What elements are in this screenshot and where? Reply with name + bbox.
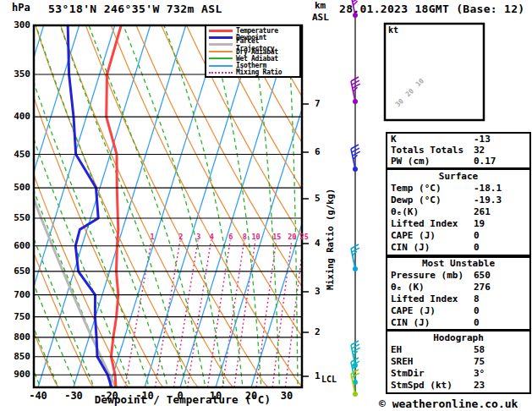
isotherm-line xyxy=(109,25,222,387)
isotherm-line xyxy=(145,25,257,387)
legend-item-label: Mixing Ratio xyxy=(236,68,282,76)
temp-tick-label: 20 xyxy=(245,391,257,401)
stats-row-label: CAPE (J) xyxy=(387,305,436,316)
mixing-ratio-value-label: 3 xyxy=(196,233,200,241)
temperature-legend-swatch xyxy=(209,30,233,32)
km-tick-label: 6 xyxy=(315,147,321,156)
copyright: © weatheronline.co.uk xyxy=(379,398,518,409)
isotherm-line xyxy=(180,25,293,387)
temp-tick-label: -20 xyxy=(100,391,118,401)
stats-section-indices: K-13Totals Totals32PW (cm)0.17 xyxy=(386,132,531,169)
stats-row-value: 0 xyxy=(474,317,480,328)
mixing-ratio-value-label: 1 xyxy=(150,233,154,241)
legend-row: Mixing Ratio xyxy=(206,69,299,76)
stats-row-label: Totals Totals xyxy=(387,145,463,156)
stats-row-label: Pressure (mb) xyxy=(387,270,463,281)
stats-row-value: 276 xyxy=(474,282,491,293)
stats-row-value: 19 xyxy=(474,218,485,229)
temp-tick-label: 10 xyxy=(210,391,222,401)
wind-barb-feather xyxy=(353,151,360,156)
pressure-tick-label: 900 xyxy=(7,370,30,379)
pressure-tick-label: 350 xyxy=(7,69,30,79)
stats-row: Lifted Index19 xyxy=(387,218,529,230)
stats-row-value: 23 xyxy=(474,380,485,391)
pressure-tick-label: 650 xyxy=(7,266,30,276)
stats-section-hodograph: HodographEH58SREH75StmDir3°StmSpd (kt)23 xyxy=(386,330,531,394)
isotherm-line xyxy=(216,25,328,387)
stats-row: CAPE (J)0 xyxy=(387,230,529,242)
stats-row-value: -19.3 xyxy=(474,195,502,206)
pressure-tick-label: 750 xyxy=(7,312,30,321)
mixing-ratio-value-label: 20 xyxy=(288,233,296,241)
stats-row-label: StmSpd (kt) xyxy=(387,380,452,391)
stats-row-value: 650 xyxy=(474,270,491,281)
mixing-ratio-value-label: 25 xyxy=(300,233,309,241)
isotherm-line xyxy=(251,25,364,387)
stats-row-label: CIN (J) xyxy=(387,317,430,328)
stats-row: EH58 xyxy=(387,343,529,355)
mixing-ratio-value-label: 8 xyxy=(243,233,247,241)
stats-row-value: 0 xyxy=(474,242,480,253)
pressure-tick-label: 500 xyxy=(7,183,30,192)
mixing-ratio-line xyxy=(188,240,211,387)
stats-row-label: Temp (°C) xyxy=(387,183,442,194)
km-unit-label: km xyxy=(315,1,326,10)
stats-row-label: Dewp (°C) xyxy=(387,195,442,206)
stats-section-title: Hodograph xyxy=(387,332,529,343)
station-title: 53°18'N 246°35'W 732m ASL xyxy=(48,3,222,14)
km-tick-label: 2 xyxy=(315,327,321,337)
temp-tick-label: 30 xyxy=(281,391,293,401)
temperature-line xyxy=(107,25,122,387)
pressure-tick-label: 450 xyxy=(7,150,30,159)
parcel-trajectory-legend-swatch xyxy=(209,43,233,46)
mixing-ratio-axis-title: Mixing Ratio (g/kg) xyxy=(326,187,336,293)
stats-row-value: 58 xyxy=(474,344,485,355)
temp-tick-label: -30 xyxy=(64,391,83,401)
stats-row: StmSpd (kt)23 xyxy=(387,380,529,392)
wind-barb-feather xyxy=(353,348,360,352)
pressure-tick-label: 600 xyxy=(7,241,30,250)
stats-row-value: 0 xyxy=(474,305,480,316)
stats-row: Pressure (mb)650 xyxy=(387,270,529,282)
stats-row: K-13 xyxy=(387,134,529,145)
dry-adiabat-line xyxy=(187,25,408,387)
stats-row: PW (cm)0.17 xyxy=(387,156,529,167)
stats-row-label: Lifted Index xyxy=(387,293,458,304)
stats-row-value: 8 xyxy=(474,293,480,304)
mixing-ratio-value-label: 15 xyxy=(272,233,281,241)
stats-section-surface: SurfaceTemp (°C)-18.1Dewp (°C)-19.3θₑ(K)… xyxy=(386,168,531,256)
km-tick-label: 1 xyxy=(315,371,321,381)
stats-row: Temp (°C)-18.1 xyxy=(387,182,529,194)
stats-row-value: -13 xyxy=(474,134,491,145)
stats-row-label: PW (cm) xyxy=(387,156,430,167)
plot-border xyxy=(34,25,302,387)
isotherm-legend-swatch xyxy=(209,65,233,67)
stats-row-label: CAPE (J) xyxy=(387,230,436,241)
stats-row-value: 32 xyxy=(474,145,485,156)
stats-row-value: 75 xyxy=(474,356,485,367)
stats-row: SREH75 xyxy=(387,355,529,367)
lcl-marker-label: LCL xyxy=(321,375,337,384)
stats-row-label: EH xyxy=(387,344,402,355)
stats-row: Lifted Index8 xyxy=(387,293,529,304)
mixing-ratio-legend-swatch xyxy=(209,72,233,74)
stats-section-most-unstable: Most UnstablePressure (mb)650θₑ (K)276Li… xyxy=(386,256,531,331)
temp-tick-label: 0 xyxy=(177,391,183,401)
stats-row: StmDir3° xyxy=(387,368,529,380)
stats-row-value: 0.17 xyxy=(474,156,496,167)
wind-barb-feather xyxy=(353,84,360,88)
mixing-ratio-value-label: 10 xyxy=(251,233,260,241)
km-tick-label: 7 xyxy=(315,99,321,108)
stats-row-label: Lifted Index xyxy=(387,218,458,229)
stats-row-label: StmDir xyxy=(387,368,425,379)
wet-adiabat-line xyxy=(334,20,345,385)
stats-row: CAPE (J)0 xyxy=(387,304,529,316)
mixing-ratio-value-label: 2 xyxy=(178,233,183,241)
stats-section-title: Surface xyxy=(387,170,529,182)
stats-row: θₑ (K)276 xyxy=(387,282,529,293)
stats-row-value: 3° xyxy=(474,368,485,379)
stats-row: CIN (J)0 xyxy=(387,316,529,328)
stats-row: Dewp (°C)-19.3 xyxy=(387,194,529,206)
km-tick-label: 5 xyxy=(315,194,321,203)
stats-row-value: 261 xyxy=(474,206,491,217)
